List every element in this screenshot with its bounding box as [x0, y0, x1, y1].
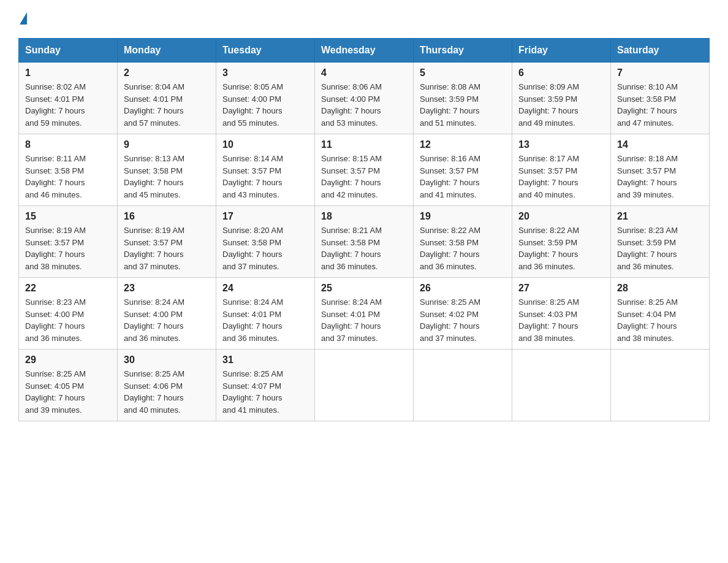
calendar-cell — [611, 350, 710, 421]
calendar-week-row: 22 Sunrise: 8:23 AM Sunset: 4:00 PM Dayl… — [19, 278, 710, 350]
day-info: Sunrise: 8:25 AM Sunset: 4:03 PM Dayligh… — [518, 296, 604, 344]
column-header-thursday: Thursday — [414, 39, 512, 63]
day-number: 23 — [124, 283, 210, 294]
day-info: Sunrise: 8:05 AM Sunset: 4:00 PM Dayligh… — [222, 81, 308, 129]
day-info: Sunrise: 8:04 AM Sunset: 4:01 PM Dayligh… — [124, 81, 210, 129]
calendar-cell: 11 Sunrise: 8:15 AM Sunset: 3:57 PM Dayl… — [315, 134, 414, 206]
day-info: Sunrise: 8:22 AM Sunset: 3:58 PM Dayligh… — [420, 224, 506, 272]
day-info: Sunrise: 8:25 AM Sunset: 4:04 PM Dayligh… — [617, 296, 703, 344]
day-info: Sunrise: 8:13 AM Sunset: 3:58 PM Dayligh… — [124, 153, 210, 201]
day-number: 2 — [124, 67, 210, 79]
calendar-cell: 29 Sunrise: 8:25 AM Sunset: 4:05 PM Dayl… — [19, 350, 118, 421]
day-number: 21 — [617, 211, 703, 222]
day-info: Sunrise: 8:25 AM Sunset: 4:02 PM Dayligh… — [420, 296, 506, 344]
calendar-cell: 4 Sunrise: 8:06 AM Sunset: 4:00 PM Dayli… — [315, 63, 414, 134]
day-info: Sunrise: 8:15 AM Sunset: 3:57 PM Dayligh… — [321, 153, 407, 201]
day-number: 14 — [617, 139, 703, 150]
calendar-cell: 23 Sunrise: 8:24 AM Sunset: 4:00 PM Dayl… — [118, 278, 216, 350]
day-number: 28 — [617, 283, 703, 294]
day-info: Sunrise: 8:14 AM Sunset: 3:57 PM Dayligh… — [222, 153, 308, 201]
day-number: 30 — [124, 354, 210, 366]
day-number: 26 — [420, 283, 506, 294]
day-info: Sunrise: 8:11 AM Sunset: 3:58 PM Dayligh… — [25, 153, 111, 201]
calendar-cell: 21 Sunrise: 8:23 AM Sunset: 3:59 PM Dayl… — [611, 206, 710, 278]
day-info: Sunrise: 8:23 AM Sunset: 3:59 PM Dayligh… — [617, 224, 703, 272]
day-info: Sunrise: 8:25 AM Sunset: 4:05 PM Dayligh… — [25, 368, 111, 416]
page-header — [18, 12, 710, 26]
calendar-cell: 27 Sunrise: 8:25 AM Sunset: 4:03 PM Dayl… — [512, 278, 611, 350]
column-header-sunday: Sunday — [19, 39, 118, 63]
calendar-cell: 31 Sunrise: 8:25 AM Sunset: 4:07 PM Dayl… — [216, 350, 315, 421]
day-number: 10 — [222, 139, 308, 150]
calendar-week-row: 29 Sunrise: 8:25 AM Sunset: 4:05 PM Dayl… — [19, 350, 710, 421]
day-number: 5 — [420, 67, 506, 79]
day-number: 20 — [518, 211, 604, 222]
day-info: Sunrise: 8:24 AM Sunset: 4:01 PM Dayligh… — [321, 296, 407, 344]
column-header-monday: Monday — [118, 39, 216, 63]
calendar-table: SundayMondayTuesdayWednesdayThursdayFrid… — [18, 38, 710, 421]
day-number: 22 — [25, 283, 111, 294]
day-number: 27 — [518, 283, 604, 294]
calendar-cell — [512, 350, 611, 421]
day-info: Sunrise: 8:19 AM Sunset: 3:57 PM Dayligh… — [25, 224, 111, 272]
calendar-cell: 30 Sunrise: 8:25 AM Sunset: 4:06 PM Dayl… — [118, 350, 216, 421]
day-info: Sunrise: 8:18 AM Sunset: 3:57 PM Dayligh… — [617, 153, 703, 201]
day-number: 29 — [25, 354, 111, 366]
day-number: 4 — [321, 67, 407, 79]
day-number: 12 — [420, 139, 506, 150]
calendar-week-row: 1 Sunrise: 8:02 AM Sunset: 4:01 PM Dayli… — [19, 63, 710, 134]
calendar-cell: 28 Sunrise: 8:25 AM Sunset: 4:04 PM Dayl… — [611, 278, 710, 350]
column-header-wednesday: Wednesday — [315, 39, 414, 63]
calendar-cell — [414, 350, 512, 421]
calendar-cell: 12 Sunrise: 8:16 AM Sunset: 3:57 PM Dayl… — [414, 134, 512, 206]
day-info: Sunrise: 8:10 AM Sunset: 3:58 PM Dayligh… — [617, 81, 703, 129]
day-info: Sunrise: 8:25 AM Sunset: 4:06 PM Dayligh… — [124, 368, 210, 416]
calendar-cell: 9 Sunrise: 8:13 AM Sunset: 3:58 PM Dayli… — [118, 134, 216, 206]
calendar-cell: 16 Sunrise: 8:19 AM Sunset: 3:57 PM Dayl… — [118, 206, 216, 278]
day-number: 8 — [25, 139, 111, 150]
calendar-cell: 24 Sunrise: 8:24 AM Sunset: 4:01 PM Dayl… — [216, 278, 315, 350]
day-info: Sunrise: 8:02 AM Sunset: 4:01 PM Dayligh… — [25, 81, 111, 129]
day-number: 13 — [518, 139, 604, 150]
day-number: 17 — [222, 211, 308, 222]
day-number: 24 — [222, 283, 308, 294]
column-header-tuesday: Tuesday — [216, 39, 315, 63]
calendar-cell: 7 Sunrise: 8:10 AM Sunset: 3:58 PM Dayli… — [611, 63, 710, 134]
day-info: Sunrise: 8:22 AM Sunset: 3:59 PM Dayligh… — [518, 224, 604, 272]
calendar-header-row: SundayMondayTuesdayWednesdayThursdayFrid… — [19, 39, 710, 63]
calendar-cell: 18 Sunrise: 8:21 AM Sunset: 3:58 PM Dayl… — [315, 206, 414, 278]
day-info: Sunrise: 8:09 AM Sunset: 3:59 PM Dayligh… — [518, 81, 604, 129]
calendar-cell: 22 Sunrise: 8:23 AM Sunset: 4:00 PM Dayl… — [19, 278, 118, 350]
day-number: 19 — [420, 211, 506, 222]
day-info: Sunrise: 8:19 AM Sunset: 3:57 PM Dayligh… — [124, 224, 210, 272]
day-info: Sunrise: 8:25 AM Sunset: 4:07 PM Dayligh… — [222, 368, 308, 416]
day-number: 31 — [222, 354, 308, 366]
day-number: 11 — [321, 139, 407, 150]
day-info: Sunrise: 8:24 AM Sunset: 4:00 PM Dayligh… — [124, 296, 210, 344]
calendar-week-row: 15 Sunrise: 8:19 AM Sunset: 3:57 PM Dayl… — [19, 206, 710, 278]
day-info: Sunrise: 8:17 AM Sunset: 3:57 PM Dayligh… — [518, 153, 604, 201]
calendar-cell: 20 Sunrise: 8:22 AM Sunset: 3:59 PM Dayl… — [512, 206, 611, 278]
calendar-cell: 5 Sunrise: 8:08 AM Sunset: 3:59 PM Dayli… — [414, 63, 512, 134]
calendar-cell: 10 Sunrise: 8:14 AM Sunset: 3:57 PM Dayl… — [216, 134, 315, 206]
day-number: 9 — [124, 139, 210, 150]
calendar-cell — [315, 350, 414, 421]
column-header-friday: Friday — [512, 39, 611, 63]
calendar-cell: 19 Sunrise: 8:22 AM Sunset: 3:58 PM Dayl… — [414, 206, 512, 278]
day-info: Sunrise: 8:24 AM Sunset: 4:01 PM Dayligh… — [222, 296, 308, 344]
day-number: 6 — [518, 67, 604, 79]
calendar-week-row: 8 Sunrise: 8:11 AM Sunset: 3:58 PM Dayli… — [19, 134, 710, 206]
day-number: 1 — [25, 67, 111, 79]
logo-triangle-icon — [20, 12, 27, 25]
calendar-cell: 17 Sunrise: 8:20 AM Sunset: 3:58 PM Dayl… — [216, 206, 315, 278]
calendar-cell: 25 Sunrise: 8:24 AM Sunset: 4:01 PM Dayl… — [315, 278, 414, 350]
calendar-cell: 14 Sunrise: 8:18 AM Sunset: 3:57 PM Dayl… — [611, 134, 710, 206]
logo — [18, 12, 27, 26]
calendar-cell: 3 Sunrise: 8:05 AM Sunset: 4:00 PM Dayli… — [216, 63, 315, 134]
day-number: 16 — [124, 211, 210, 222]
day-number: 18 — [321, 211, 407, 222]
calendar-cell: 6 Sunrise: 8:09 AM Sunset: 3:59 PM Dayli… — [512, 63, 611, 134]
day-info: Sunrise: 8:06 AM Sunset: 4:00 PM Dayligh… — [321, 81, 407, 129]
day-number: 25 — [321, 283, 407, 294]
column-header-saturday: Saturday — [611, 39, 710, 63]
